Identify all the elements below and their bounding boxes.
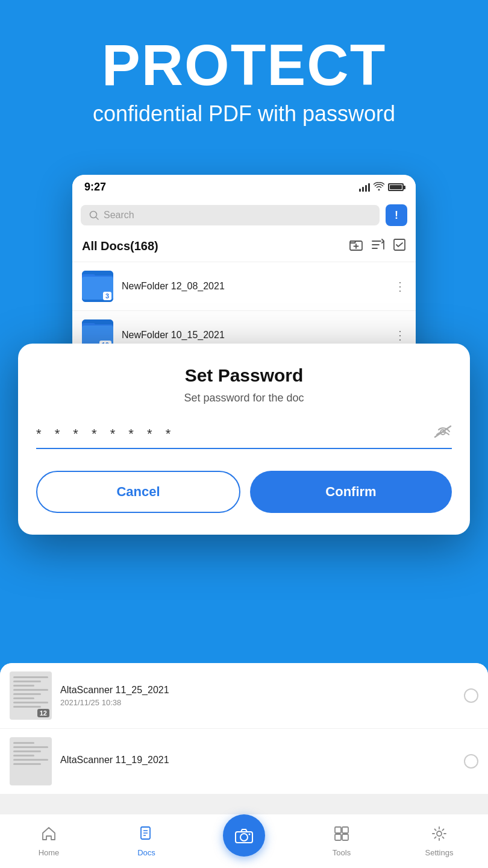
nav-tools-label: Tools [333, 848, 351, 857]
svg-rect-24 [335, 827, 341, 833]
docs-header: All Docs(168) [72, 231, 416, 262]
hero-section: PROTECT confidential PDF with password [0, 0, 488, 146]
doc-select-2[interactable] [464, 754, 478, 769]
status-time: 9:27 [84, 181, 106, 193]
doc-thumbnail-1: 12 [10, 671, 52, 720]
notification-button[interactable]: ! [386, 204, 407, 226]
nav-settings-label: Settings [425, 848, 454, 857]
nav-docs[interactable]: Docs [98, 826, 195, 857]
dialog-title: Set Password [36, 365, 452, 386]
svg-rect-9 [394, 239, 405, 250]
more-options-icon-2[interactable]: ⋮ [394, 328, 406, 342]
password-value: * * * * * * * * [36, 426, 175, 442]
svg-rect-25 [342, 827, 348, 833]
app-bottom-section: 12 AltaScanner 11_25_2021 2021/11/25 10:… [0, 663, 488, 868]
folder-name-1: NewFolder 12_08_2021 [122, 281, 386, 292]
settings-icon [431, 826, 447, 846]
docs-title: All Docs(168) [82, 239, 158, 253]
cancel-button[interactable]: Cancel [36, 471, 240, 513]
wifi-icon [374, 182, 384, 192]
search-placeholder: Search [104, 210, 134, 221]
header-actions [349, 238, 406, 254]
folder-count-1: 3 [103, 292, 111, 300]
nav-tools[interactable]: Tools [293, 826, 390, 857]
signal-icon [359, 183, 370, 192]
doc-info-1: AltaScanner 11_25_2021 2021/11/25 10:38 [60, 685, 455, 707]
search-icon [89, 210, 99, 220]
doc-name-1: AltaScanner 11_25_2021 [60, 685, 455, 696]
confirm-button[interactable]: Confirm [250, 471, 452, 513]
document-item-2[interactable]: AltaScanner 11_19_2021 [0, 729, 488, 794]
doc-name-2: AltaScanner 11_19_2021 [60, 755, 455, 766]
status-bar: 9:27 [72, 175, 416, 200]
svg-point-28 [437, 831, 442, 836]
svg-rect-26 [335, 834, 341, 840]
more-options-icon-1[interactable]: ⋮ [394, 279, 406, 294]
select-all-icon[interactable] [393, 238, 406, 254]
nav-docs-label: Docs [137, 848, 155, 857]
document-item-1[interactable]: 12 AltaScanner 11_25_2021 2021/11/25 10:… [0, 663, 488, 729]
hero-subtitle: confidential PDF with password [24, 100, 464, 128]
sort-icon[interactable] [371, 238, 384, 254]
dialog-subtitle: Set password for the doc [36, 392, 452, 404]
doc-thumbnail-2 [10, 737, 52, 785]
doc-select-1[interactable] [464, 688, 478, 703]
doc-info-2: AltaScanner 11_19_2021 [60, 755, 455, 768]
camera-button[interactable] [223, 814, 265, 857]
bottom-nav: Home Docs [0, 814, 488, 868]
nav-home-label: Home [39, 848, 60, 857]
svg-point-23 [249, 833, 251, 835]
nav-home[interactable]: Home [0, 826, 98, 857]
status-icons [359, 182, 404, 192]
tools-icon [334, 826, 349, 846]
doc-count-1: 12 [37, 709, 49, 717]
nav-settings[interactable]: Settings [390, 826, 488, 857]
search-bar[interactable]: Search ! [72, 200, 416, 231]
svg-point-22 [240, 834, 248, 841]
folder-item[interactable]: 3 NewFolder 12_08_2021 ⋮ [72, 262, 416, 311]
password-field-container: * * * * * * * * [36, 426, 452, 449]
toggle-visibility-icon[interactable] [434, 425, 452, 442]
search-input-area[interactable]: Search [81, 205, 380, 225]
dialog-buttons: Cancel Confirm [36, 471, 452, 513]
docs-icon [139, 826, 154, 846]
doc-date-1: 2021/11/25 10:38 [60, 698, 455, 707]
home-icon [41, 826, 57, 846]
svg-line-1 [96, 217, 98, 219]
folder-name-2: NewFolder 10_15_2021 [122, 330, 386, 341]
svg-rect-27 [342, 834, 348, 840]
folder-icon: 3 [82, 271, 113, 302]
set-password-dialog: Set Password Set password for the doc * … [18, 344, 470, 535]
add-folder-icon[interactable] [349, 238, 363, 254]
hero-title: PROTECT [24, 36, 464, 94]
nav-camera[interactable] [195, 826, 293, 857]
battery-icon [388, 183, 404, 191]
